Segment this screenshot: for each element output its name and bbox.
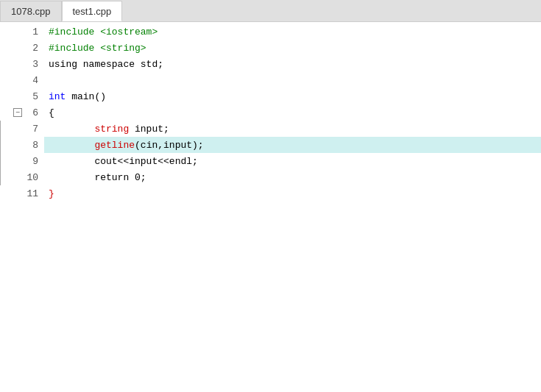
code-segment: using namespace std; — [49, 59, 163, 70]
code-line-4 — [44, 72, 541, 88]
gutter-row-6: −6 — [0, 104, 41, 121]
line-number-7: 7 — [24, 124, 38, 135]
code-segment: #include <iostream> — [49, 26, 158, 38]
code-line-10: return 0; — [44, 169, 541, 185]
tab-test1cpp[interactable]: test1.cpp — [62, 1, 123, 21]
code-segment: ; — [141, 172, 146, 183]
code-line-7: string input; — [44, 121, 541, 137]
fold-icon-line-6[interactable]: − — [13, 108, 22, 117]
code-line-11: } — [44, 185, 541, 202]
line-number-10: 10 — [24, 172, 38, 183]
code-line-5: int main() — [44, 88, 541, 104]
code-lines: #include <iostream>#include <string>usin… — [44, 22, 541, 392]
code-segment: } — [49, 188, 54, 199]
code-segment: return — [49, 172, 135, 183]
line-number-6: 6 — [24, 107, 38, 118]
gutter-row-8: 8 — [0, 137, 41, 153]
code-segment: () — [94, 91, 106, 102]
gutter-row-7: 7 — [0, 121, 41, 137]
editor-container: 1078.cpp test1.cpp 12345−67891011 #inclu… — [0, 0, 541, 392]
line-number-2: 2 — [24, 43, 38, 54]
code-line-9: cout<<input<<endl; — [44, 153, 541, 169]
line-number-11: 11 — [24, 188, 38, 199]
gutter-row-5: 5 — [0, 88, 41, 104]
code-line-8: getline(cin,input); — [44, 137, 541, 153]
code-segment: (cin,input); — [135, 140, 204, 151]
gutter-row-10: 10 — [0, 169, 41, 185]
line-number-3: 3 — [24, 59, 38, 70]
code-segment: { — [49, 107, 54, 118]
line-number-1: 1 — [24, 26, 38, 38]
tab-1078cpp[interactable]: 1078.cpp — [0, 1, 62, 21]
gutter-row-11: 11 — [0, 185, 41, 202]
code-segment: #include <string> — [49, 43, 146, 54]
line-number-9: 9 — [24, 156, 38, 167]
code-line-3: using namespace std; — [44, 56, 541, 72]
gutter-row-2: 2 — [0, 40, 41, 56]
code-segment: cout<<input<<endl; — [49, 156, 198, 167]
code-segment: string — [49, 124, 129, 135]
code-segment: main — [66, 91, 94, 102]
gutter-row-9: 9 — [0, 153, 41, 169]
code-line-1: #include <iostream> — [44, 24, 541, 40]
code-area: 12345−67891011 #include <iostream>#inclu… — [0, 22, 541, 392]
code-segment: 0 — [135, 172, 141, 183]
code-line-6: { — [44, 104, 541, 121]
line-number-5: 5 — [24, 91, 38, 102]
line-number-8: 8 — [24, 140, 38, 151]
line-number-4: 4 — [24, 75, 38, 86]
code-segment: input; — [129, 124, 169, 135]
code-segment: getline — [49, 140, 135, 151]
tab-bar: 1078.cpp test1.cpp — [0, 0, 541, 22]
gutter-row-4: 4 — [0, 72, 41, 88]
code-line-2: #include <string> — [44, 40, 541, 56]
gutter-row-1: 1 — [0, 24, 41, 40]
code-segment: int — [49, 91, 66, 102]
gutter-row-3: 3 — [0, 56, 41, 72]
line-number-gutter: 12345−67891011 — [0, 22, 44, 392]
